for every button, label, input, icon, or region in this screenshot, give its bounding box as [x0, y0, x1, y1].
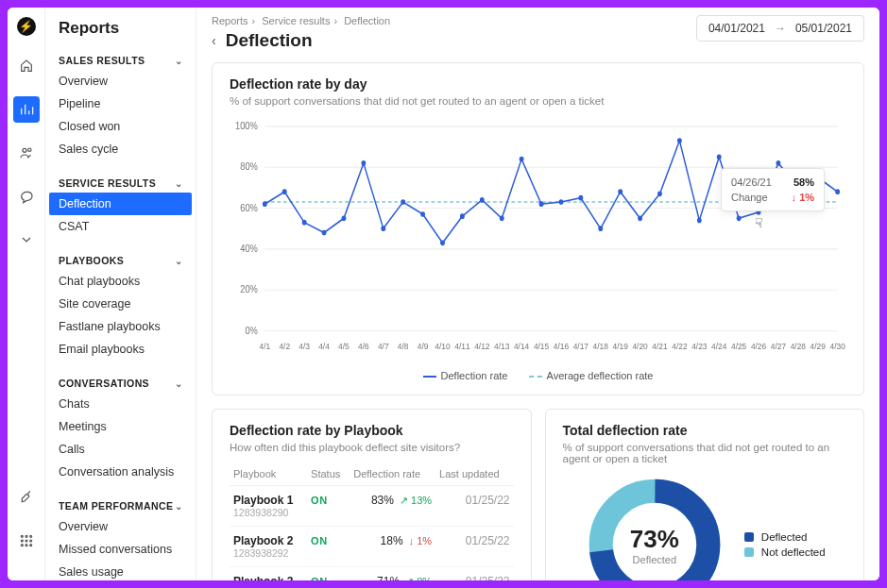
svg-text:100%: 100%: [235, 120, 258, 131]
svg-text:4/2: 4/2: [279, 341, 290, 351]
donut-chart[interactable]: 73% Deflected: [584, 474, 725, 580]
page-title: Deflection: [226, 30, 313, 51]
sidebar-item-chats[interactable]: Chats: [45, 393, 196, 415]
table-header: Status: [307, 462, 350, 486]
svg-point-10: [29, 545, 31, 546]
svg-text:80%: 80%: [240, 161, 258, 173]
svg-text:4/13: 4/13: [494, 341, 509, 351]
sidebar-item-site-coverage[interactable]: Site coverage: [45, 293, 196, 315]
sidebar-item-missed-conversations[interactable]: Missed conversations: [45, 538, 196, 561]
sidebar-item-deflection[interactable]: Deflection: [49, 193, 192, 215]
last-updated: 01/25/22: [435, 567, 513, 581]
sidebar-item-overview[interactable]: Overview: [45, 515, 196, 538]
app-logo[interactable]: ⚡: [17, 17, 36, 36]
deflection-rate: 18%: [381, 534, 403, 547]
chat-icon[interactable]: [13, 183, 40, 210]
deflection-rate: 83%: [371, 494, 394, 507]
svg-text:4/23: 4/23: [691, 341, 707, 351]
sidebar-item-sales-cycle[interactable]: Sales cycle: [45, 138, 196, 160]
playbook-name: Playbook 3: [233, 575, 303, 580]
crumb-1[interactable]: Service results: [262, 15, 330, 26]
svg-point-73: [638, 216, 642, 222]
delta: ↗ 13%: [400, 495, 432, 506]
back-icon[interactable]: ‹: [212, 33, 216, 48]
donut-legend: DeflectedNot deflected: [744, 528, 826, 562]
sidebar-item-closed-won[interactable]: Closed won: [45, 115, 196, 138]
deflection-rate: 71%: [377, 575, 400, 580]
svg-text:4/24: 4/24: [711, 341, 726, 351]
sidebar-item-email-playbooks[interactable]: Email playbooks: [45, 338, 196, 361]
chevron-down-icon: ⌄: [175, 178, 182, 189]
sidebar-item-csat[interactable]: CSAT: [45, 215, 196, 238]
sidebar-group-header[interactable]: TEAM PERFORMANCE⌄: [45, 496, 196, 515]
legend-item: Deflected: [744, 531, 826, 543]
sidebar-item-meetings[interactable]: Meetings: [45, 415, 196, 438]
icon-rail: ⚡: [8, 8, 45, 580]
svg-text:4/8: 4/8: [398, 341, 409, 351]
status-badge: ON: [311, 535, 328, 546]
total-card-title: Total deflection rate: [563, 423, 847, 438]
svg-point-67: [520, 157, 524, 162]
sidebar-item-pipeline[interactable]: Pipeline: [45, 92, 196, 115]
svg-text:4/30: 4/30: [830, 341, 845, 351]
legend-series: Deflection rate: [441, 370, 508, 381]
svg-text:4/15: 4/15: [534, 341, 549, 351]
svg-point-61: [401, 199, 405, 205]
svg-text:4/22: 4/22: [672, 341, 687, 351]
svg-point-60: [381, 226, 385, 231]
sidebar-item-conversation-analysis[interactable]: Conversation analysis: [45, 461, 196, 483]
svg-point-8: [21, 545, 23, 546]
sidebar-group-header[interactable]: CONVERSATIONS⌄: [45, 374, 196, 393]
sidebar-group-header[interactable]: SALES RESULTS⌄: [45, 51, 196, 70]
sidebar-item-calls[interactable]: Calls: [45, 438, 196, 461]
svg-text:4/20: 4/20: [632, 341, 647, 351]
donut-label: Deflected: [633, 554, 676, 565]
svg-text:4/9: 4/9: [418, 341, 429, 351]
rocket-icon[interactable]: [13, 484, 40, 511]
chevron-down-icon[interactable]: [13, 227, 40, 253]
sidebar-item-overview[interactable]: Overview: [45, 70, 196, 92]
svg-point-69: [559, 199, 564, 205]
svg-text:4/4: 4/4: [318, 341, 330, 351]
line-chart[interactable]: 0%20%40%60%80%100%4/14/24/34/44/54/64/74…: [230, 116, 846, 364]
svg-text:4/7: 4/7: [378, 341, 389, 351]
reports-icon[interactable]: [13, 96, 40, 123]
donut-percent: 73%: [630, 525, 679, 554]
total-card-subtitle: % of support conversations that did not …: [563, 442, 847, 464]
sidebar-item-fastlane-playbooks[interactable]: Fastlane playbooks: [45, 315, 196, 338]
sidebar-group-header[interactable]: SERVICE RESULTS⌄: [45, 174, 196, 193]
svg-text:20%: 20%: [240, 284, 258, 295]
svg-point-64: [460, 213, 465, 219]
crumb-0[interactable]: Reports: [212, 15, 248, 26]
table-row[interactable]: Playbook 21283938292ON18%↓ 1%01/25/22: [230, 527, 514, 567]
svg-text:4/27: 4/27: [771, 341, 786, 351]
delta: ↗ 8%: [405, 576, 432, 580]
table-row[interactable]: Playbook 3ON71%↗ 8%01/25/22: [230, 567, 514, 581]
sidebar-item-chat-playbooks[interactable]: Chat playbooks: [45, 270, 196, 293]
svg-text:4/3: 4/3: [299, 341, 310, 351]
svg-point-58: [342, 216, 347, 222]
svg-text:4/21: 4/21: [652, 341, 667, 351]
svg-point-76: [697, 218, 702, 224]
svg-point-72: [618, 189, 623, 194]
sidebar-item-sales-usage[interactable]: Sales usage: [45, 561, 196, 580]
apps-icon[interactable]: [13, 528, 40, 554]
breadcrumb: Reports› Service results› Deflection: [212, 15, 390, 26]
svg-point-2: [21, 535, 23, 537]
deflection-by-playbook-card: Deflection rate by Playbook How often di…: [212, 409, 532, 580]
svg-text:4/12: 4/12: [474, 341, 489, 351]
svg-point-3: [26, 535, 27, 537]
home-icon[interactable]: [13, 53, 40, 79]
total-deflection-card: Total deflection rate % of support conve…: [545, 409, 865, 580]
svg-text:4/5: 4/5: [338, 341, 350, 351]
sidebar-group-header[interactable]: PLAYBOOKS⌄: [45, 251, 196, 270]
svg-point-62: [420, 211, 425, 217]
people-icon[interactable]: [13, 140, 40, 166]
date-range-picker[interactable]: 04/01/2021 → 05/01/2021: [696, 15, 864, 42]
tooltip-value: 58%: [793, 176, 814, 188]
status-badge: ON: [311, 495, 328, 506]
table-header: Last updated: [435, 462, 513, 486]
table-header: Playbook: [230, 462, 307, 486]
table-row[interactable]: Playbook 11283938290ON83%↗ 13%01/25/22: [230, 486, 514, 527]
svg-text:4/26: 4/26: [751, 341, 766, 351]
